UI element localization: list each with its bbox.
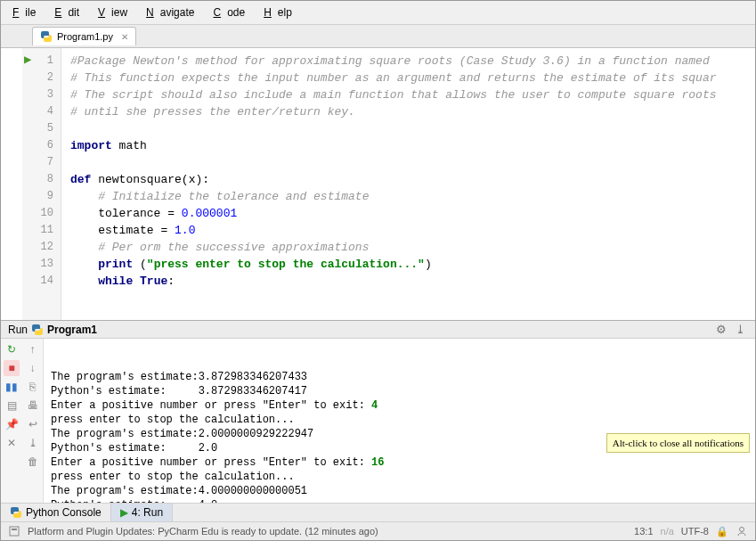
run-header: Run Program1 ⚙ ⤓: [1, 321, 755, 339]
python-icon: [10, 506, 22, 519]
menu-help[interactable]: Help: [257, 4, 305, 21]
run-gutter-icon[interactable]: ▶: [24, 52, 31, 69]
status-bar: Platform and Plugin Updates: PyCharm Edu…: [1, 521, 755, 540]
tab-label: Program1.py: [57, 31, 113, 42]
status-notif-icon[interactable]: [8, 525, 20, 537]
bottom-tab-bar: Python Console ▶ 4: Run: [1, 503, 755, 521]
close2-icon[interactable]: ✕: [4, 435, 20, 451]
play-icon: ▶: [120, 506, 128, 519]
gutter: ▶ 1234567891011121314: [22, 48, 61, 320]
run-label: Run: [8, 324, 28, 336]
tab-python-console[interactable]: Python Console: [1, 504, 111, 521]
notification-tooltip: Alt-click to close all notifications: [606, 433, 750, 453]
run-toolbar-left2: ↑ ↓ ⎘ 🖶 ↩ ⤓ 🗑: [22, 339, 44, 503]
run-output[interactable]: The program's estimate:3.872983346207433…: [44, 339, 755, 503]
status-caret-pos[interactable]: 13:1: [634, 526, 653, 537]
svg-rect-3: [12, 529, 17, 530]
run-tool-window: Run Program1 ⚙ ⤓ ↻ ■ ▮▮ ▤ 📌 ✕ ↑ ↓ ⎘ 🖶 ↩ …: [1, 320, 755, 503]
tab-run[interactable]: ▶ 4: Run: [111, 504, 173, 521]
editor: ▶ 1234567891011121314 #Package Newton's …: [1, 48, 755, 320]
down-icon[interactable]: ↓: [25, 360, 41, 376]
scroll-icon[interactable]: ⤓: [25, 435, 41, 451]
status-message[interactable]: Platform and Plugin Updates: PyCharm Edu…: [28, 526, 378, 537]
code-area[interactable]: #Package Newton's method for approximati…: [61, 48, 755, 320]
editor-tabs: Program1.py ✕: [1, 25, 755, 48]
status-encoding[interactable]: UTF-8: [681, 526, 709, 537]
pause-icon[interactable]: ▮▮: [4, 379, 20, 395]
menu-file[interactable]: File: [6, 4, 48, 21]
menu-navigate[interactable]: Navigate: [140, 4, 207, 21]
lock-icon[interactable]: 🔒: [716, 526, 728, 537]
svg-rect-2: [10, 527, 19, 536]
menu-view[interactable]: View: [92, 4, 140, 21]
hide-icon[interactable]: ⤓: [733, 323, 748, 336]
run-toolbar-left: ↻ ■ ▮▮ ▤ 📌 ✕: [1, 339, 22, 503]
python-file-icon: [40, 30, 53, 43]
stop-icon[interactable]: ■: [4, 360, 20, 376]
trash-icon[interactable]: 🗑: [25, 454, 41, 470]
layout-icon[interactable]: ▤: [4, 398, 20, 414]
wrap-icon[interactable]: ↩: [25, 416, 41, 432]
rerun-icon[interactable]: ↻: [4, 341, 20, 357]
svg-point-4: [740, 528, 744, 532]
menu-code[interactable]: Code: [207, 4, 257, 21]
close-icon[interactable]: ✕: [121, 32, 128, 42]
status-na: n/a: [661, 526, 674, 537]
menubar: File Edit View Navigate Code Help: [1, 1, 755, 25]
menu-edit[interactable]: Edit: [48, 4, 92, 21]
export-icon[interactable]: ⎘: [25, 379, 41, 395]
gear-icon[interactable]: ⚙: [713, 323, 729, 336]
pin2-icon[interactable]: 📌: [4, 416, 20, 432]
python-icon: [31, 324, 44, 336]
run-title: Program1: [47, 324, 97, 336]
print-icon[interactable]: 🖶: [25, 398, 41, 414]
hector-icon[interactable]: [736, 525, 748, 537]
tab-program1[interactable]: Program1.py ✕: [32, 27, 136, 45]
up-icon[interactable]: ↑: [25, 341, 41, 357]
